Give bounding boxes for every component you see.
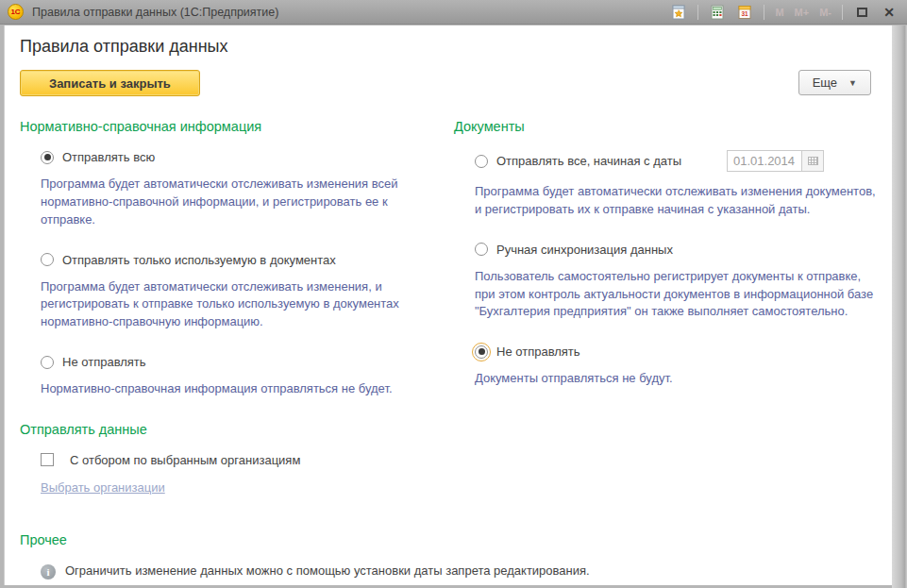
calendar-picker-button[interactable] [802, 150, 824, 172]
close-icon: ✕ [883, 6, 895, 19]
close-button[interactable]: ✕ [879, 3, 899, 22]
section-heading-send-data: Отправлять данные [20, 422, 877, 437]
app-window: 1С Правила отправки данных (1С:Предприят… [0, 0, 907, 588]
radio-option-docs-do-not-send[interactable]: Не отправлять [454, 344, 877, 359]
edit-restriction-info: i Ограничить изменение данных можно с по… [20, 563, 877, 580]
option-description: Программа будет автоматически отслеживат… [20, 176, 445, 229]
section-heading-nsi: Нормативно-справочная информация [20, 119, 446, 134]
info-icon: i [41, 564, 56, 580]
memory-m-minus-button: M- [817, 7, 833, 18]
chevron-down-icon: ▼ [848, 78, 857, 88]
svg-text:31: 31 [742, 9, 749, 16]
titlebar-separator [764, 5, 764, 20]
more-button[interactable]: Еще ▼ [798, 70, 871, 95]
checkbox-icon[interactable] [41, 453, 54, 466]
save-close-button[interactable]: Записать и закрыть [20, 70, 200, 96]
two-column-layout: Нормативно-справочная информация Отправл… [20, 119, 877, 422]
option-description: Пользователь самостоятельно регистрирует… [454, 268, 877, 322]
section-heading-other: Прочее [20, 532, 877, 547]
documents-section: Документы Отправлять все, начиная с даты… [454, 119, 877, 422]
titlebar-separator [697, 5, 698, 20]
option-description: Программа будет автоматически отслеживат… [454, 183, 877, 219]
radio-option-docs-manual-sync[interactable]: Ручная синхронизация данных [454, 243, 877, 257]
titlebar-icons: 31 M M+ M- ✕ [668, 3, 899, 22]
toolbar: Записать и закрыть Еще ▼ [20, 70, 877, 96]
option-description: Нормативно-справочная информация отправл… [20, 380, 445, 398]
radio-option-nsi-send-used-only[interactable]: Отправлять только используемую в докумен… [20, 253, 446, 267]
favorites-icon[interactable] [668, 3, 689, 22]
start-date-field-group: 01.01.2014 [727, 150, 824, 172]
checkbox-filter-by-organizations[interactable]: С отбором по выбранным организациям [20, 453, 877, 467]
calculator-icon[interactable] [707, 3, 728, 22]
titlebar: 1С Правила отправки данных (1С:Предприят… [0, 0, 907, 25]
radio-icon[interactable] [41, 151, 54, 164]
calendar-grid-icon [808, 157, 818, 165]
select-organizations-link[interactable]: Выбрать организации [41, 480, 165, 495]
option-description: Документы отправляться не будут. [454, 370, 877, 388]
radio-icon[interactable] [475, 155, 488, 168]
radio-icon[interactable] [41, 356, 54, 369]
window-title: Правила отправки данных (1С:Предприятие) [32, 6, 668, 19]
radio-icon[interactable] [41, 253, 54, 266]
nsi-section: Нормативно-справочная информация Отправл… [20, 119, 446, 422]
radio-icon[interactable] [475, 345, 488, 359]
calendar-icon[interactable]: 31 [734, 3, 755, 22]
radio-option-nsi-do-not-send[interactable]: Не отправлять [20, 355, 446, 369]
radio-icon[interactable] [475, 243, 488, 256]
maximize-button[interactable] [851, 3, 872, 22]
maximize-icon [857, 8, 867, 17]
radio-option-nsi-send-all[interactable]: Отправлять всю [20, 150, 446, 164]
option-description: Программа будет автоматически отслеживат… [20, 278, 445, 332]
memory-m-button: M [773, 7, 785, 18]
titlebar-separator [842, 5, 843, 20]
1c-logo-icon: 1С [8, 4, 24, 20]
form-area: Правила отправки данных Записать и закры… [4, 25, 892, 585]
page-title: Правила отправки данных [20, 37, 877, 57]
window-right-border [892, 25, 907, 588]
radio-option-docs-send-all-from-date[interactable]: Отправлять все, начиная с даты 01.01.201… [454, 150, 877, 172]
more-button-label: Еще [813, 76, 837, 90]
memory-m-plus-button: M+ [793, 7, 812, 18]
section-heading-documents: Документы [454, 119, 877, 134]
start-date-input[interactable]: 01.01.2014 [727, 150, 802, 172]
